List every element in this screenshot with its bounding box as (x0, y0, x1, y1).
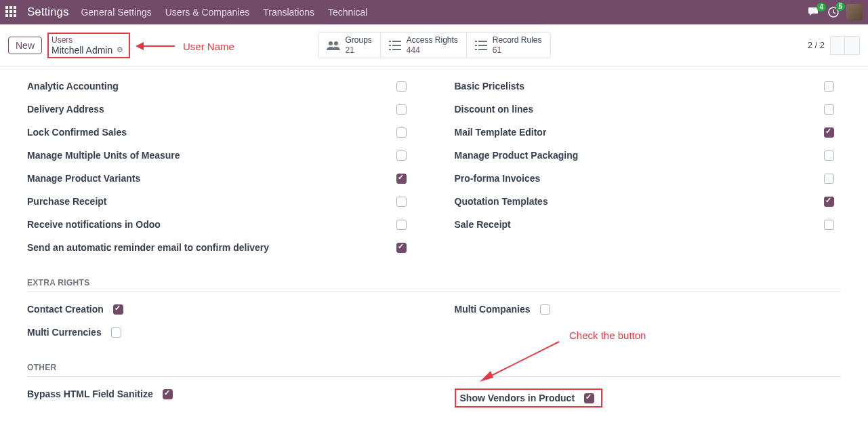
field-label: Quotation Templates (455, 196, 548, 207)
checkbox[interactable] (824, 151, 834, 161)
field-row: Lock Confirmed Sales (27, 121, 407, 144)
checkbox[interactable] (540, 304, 550, 315)
field-row: Delivery Address (27, 98, 407, 121)
checkbox[interactable] (396, 151, 407, 161)
messages-badge: 4 (817, 3, 826, 12)
field-row: Multi Companies (455, 298, 842, 321)
checkbox[interactable] (396, 127, 407, 138)
field-row: Discount on lines (455, 98, 834, 121)
svg-rect-7 (389, 49, 391, 50)
svg-point-1 (328, 41, 332, 45)
topbar: Settings General Settings Users & Compan… (0, 0, 868, 24)
field-row: Receive notifications in Odoo (27, 213, 407, 236)
gear-icon[interactable]: ⚙ (117, 45, 123, 54)
checkbox[interactable] (396, 243, 407, 253)
menu-technical[interactable]: Technical (328, 7, 367, 18)
breadcrumb-box: Users Mitchell Admin ⚙ (47, 33, 130, 58)
checkbox[interactable] (396, 81, 407, 92)
checkbox[interactable] (584, 393, 594, 403)
field-row: Contact Creation (27, 298, 414, 321)
checkbox[interactable] (824, 174, 834, 184)
groups-icon (326, 40, 339, 51)
checkbox[interactable] (824, 104, 834, 115)
field-label: Basic Pricelists (455, 81, 525, 92)
field-row: Basic Pricelists (455, 75, 834, 98)
user-avatar[interactable] (846, 4, 863, 20)
field-label: Delivery Address (27, 104, 104, 115)
svg-rect-13 (475, 49, 477, 50)
menu-translations[interactable]: Translations (263, 7, 314, 18)
svg-rect-3 (389, 41, 391, 42)
record-name: Mitchell Admin (51, 45, 112, 56)
field-label: Discount on lines (455, 104, 534, 115)
field-row: Bypass HTML Field Sanitize (27, 382, 414, 405)
field-label: Bypass HTML Field Sanitize (27, 389, 153, 399)
svg-rect-9 (475, 41, 477, 42)
field-label: Multi Currencies (27, 327, 102, 338)
svg-rect-8 (392, 49, 401, 50)
svg-rect-5 (389, 45, 391, 46)
stat-access-rights[interactable]: Access Rights444 (381, 32, 467, 58)
field-label: Multi Companies (455, 304, 531, 315)
field-row: Analytic Accounting (27, 75, 407, 98)
svg-rect-14 (478, 49, 487, 50)
field-row: Pro-forma Invoices (455, 167, 834, 190)
checkbox[interactable] (396, 104, 407, 115)
field-row: Manage Multiple Units of Measure (27, 144, 407, 167)
field-row: Show Vendors in Product (455, 382, 842, 414)
field-row: Manage Product Variants (27, 167, 407, 190)
field-label: Manage Product Variants (27, 173, 140, 184)
field-label: Receive notifications in Odoo (27, 219, 161, 230)
stat-groups[interactable]: Groups21 (317, 32, 380, 58)
apps-icon[interactable] (5, 6, 18, 18)
activities-icon[interactable]: 5 (827, 6, 840, 18)
svg-rect-6 (392, 45, 401, 46)
checkbox[interactable] (824, 81, 834, 92)
field-row: Mail Template Editor (455, 121, 834, 144)
field-label: Manage Multiple Units of Measure (27, 150, 180, 161)
svg-rect-10 (478, 41, 487, 42)
pager-prev[interactable] (830, 36, 845, 55)
svg-rect-11 (475, 45, 477, 46)
checkbox[interactable] (824, 197, 834, 207)
list-icon (389, 41, 401, 50)
pager-next[interactable] (845, 36, 860, 55)
checkbox[interactable] (396, 220, 407, 230)
svg-rect-12 (478, 45, 487, 46)
checkbox[interactable] (824, 127, 834, 138)
topbar-menu: General Settings Users & Companies Trans… (81, 7, 367, 18)
field-label: Lock Confirmed Sales (27, 127, 127, 138)
form-content: Analytic AccountingDelivery AddressLock … (0, 66, 868, 438)
pager: 2 / 2 (808, 36, 860, 55)
breadcrumb-users[interactable]: Users (51, 35, 123, 45)
checkbox[interactable] (396, 197, 407, 207)
app-title[interactable]: Settings (27, 5, 68, 19)
svg-point-2 (333, 41, 337, 45)
checkbox[interactable] (163, 389, 173, 399)
activities-badge: 5 (835, 2, 845, 11)
checkbox[interactable] (396, 174, 407, 184)
checkbox[interactable] (113, 304, 123, 315)
field-label: Analytic Accounting (27, 81, 119, 92)
field-label: Mail Template Editor (455, 127, 547, 138)
field-label: Sale Receipt (455, 219, 511, 230)
field-label: Contact Creation (27, 304, 104, 315)
list-icon (475, 41, 487, 50)
field-row: Sale Receipt (455, 213, 834, 236)
checkbox[interactable] (111, 327, 121, 338)
field-label: Show Vendors in Product (460, 393, 575, 403)
menu-users-companies[interactable]: Users & Companies (165, 7, 250, 18)
checkbox[interactable] (824, 220, 834, 230)
control-panel: New Users Mitchell Admin ⚙ Groups21 Acce… (0, 24, 868, 66)
stat-buttons: Groups21 Access Rights444 Record Rules61 (317, 32, 550, 58)
svg-rect-4 (392, 41, 401, 42)
section-other: OTHER (27, 363, 841, 377)
messages-icon[interactable]: 4 (808, 7, 821, 18)
stat-record-rules[interactable]: Record Rules61 (467, 32, 551, 58)
field-label: Manage Product Packaging (455, 150, 579, 161)
menu-general-settings[interactable]: General Settings (81, 7, 151, 18)
new-button[interactable]: New (8, 37, 42, 54)
field-row: Purchase Receipt (27, 190, 407, 213)
field-label: Purchase Receipt (27, 196, 107, 207)
field-row: Quotation Templates (455, 190, 834, 213)
